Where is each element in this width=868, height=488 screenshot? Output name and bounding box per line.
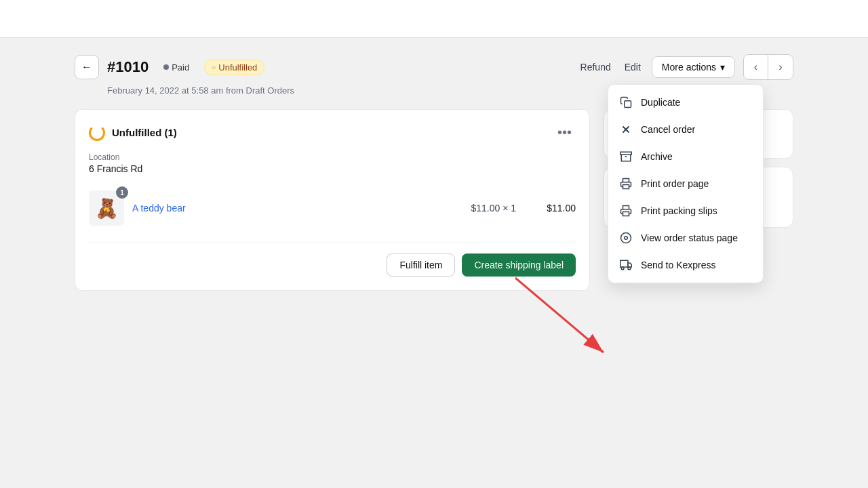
back-button[interactable]: ←	[75, 55, 99, 79]
product-price: $11.00 × 1	[471, 203, 516, 214]
unfulfilled-badge: Unfulfilled	[204, 60, 264, 75]
archive-icon	[619, 150, 633, 163]
dropdown-item-view-status[interactable]: View order status page	[608, 224, 763, 251]
page-container: ← #1010 Paid Unfulfilled Refund Edit Mor…	[61, 38, 807, 307]
print-page-label: Print order page	[641, 178, 709, 189]
main-column: Unfulfilled (1) ••• Location 6 Francis R…	[75, 109, 590, 291]
print-page-icon	[619, 177, 633, 190]
view-status-label: View order status page	[641, 232, 738, 243]
view-status-icon	[619, 231, 633, 245]
svg-point-7	[621, 233, 631, 243]
cancel-icon	[619, 123, 633, 136]
cancel-label: Cancel order	[641, 124, 695, 135]
svg-point-8	[625, 237, 628, 240]
fulfill-item-button[interactable]: Fulfill item	[387, 253, 455, 277]
paid-badge: Paid	[157, 60, 196, 75]
unfulfilled-icon	[89, 125, 105, 141]
dropdown-item-print-page[interactable]: Print order page	[608, 170, 763, 197]
top-bar	[0, 0, 868, 38]
order-header: ← #1010 Paid Unfulfilled Refund Edit Mor…	[75, 54, 793, 80]
svg-rect-5	[623, 185, 629, 189]
more-actions-button[interactable]: More actions ▾	[652, 56, 735, 78]
card-header: Unfulfilled (1) •••	[89, 123, 576, 142]
order-number: #1010	[107, 58, 149, 76]
duplicate-label: Duplicate	[641, 97, 680, 108]
more-actions-dropdown: Duplicate Cancel order	[608, 84, 764, 283]
duplicate-icon	[619, 96, 633, 109]
dropdown-item-duplicate[interactable]: Duplicate	[608, 89, 763, 116]
product-name-link[interactable]: A teddy bear	[132, 203, 462, 214]
location-value: 6 Francis Rd	[89, 163, 576, 174]
card-title: Unfulfilled (1)	[89, 125, 177, 141]
kexpress-label: Send to Kexpress	[641, 260, 716, 270]
edit-button[interactable]: Edit	[622, 58, 644, 77]
back-icon: ←	[81, 61, 92, 73]
print-slips-icon	[619, 204, 633, 218]
chevron-down-icon: ▾	[720, 62, 725, 73]
dropdown-item-cancel[interactable]: Cancel order	[608, 116, 763, 143]
card-more-button[interactable]: •••	[553, 123, 576, 142]
product-quantity-badge: 1	[116, 186, 128, 199]
location-label: Location	[89, 152, 576, 162]
svg-point-11	[621, 267, 624, 270]
dropdown-item-archive[interactable]: Archive	[608, 143, 763, 170]
refund-button[interactable]: Refund	[578, 58, 614, 77]
dropdown-item-print-slips[interactable]: Print packing slips	[608, 197, 763, 224]
svg-marker-10	[628, 263, 631, 267]
archive-label: Archive	[641, 151, 673, 162]
svg-rect-0	[625, 101, 631, 108]
svg-rect-3	[620, 152, 632, 155]
svg-rect-6	[623, 212, 629, 216]
order-card: Unfulfilled (1) ••• Location 6 Francis R…	[75, 109, 590, 291]
card-title-text: Unfulfilled (1)	[112, 127, 177, 138]
kexpress-icon	[619, 258, 633, 272]
prev-order-button[interactable]: ‹	[744, 55, 768, 79]
dropdown-item-kexpress[interactable]: Send to Kexpress	[608, 251, 763, 279]
product-row: 🧸 1 A teddy bear $11.00 × 1 $11.00	[89, 185, 576, 231]
next-order-button[interactable]: ›	[768, 55, 793, 79]
svg-rect-9	[620, 260, 628, 267]
header-left: ← #1010 Paid Unfulfilled	[75, 55, 264, 79]
product-total: $11.00	[535, 203, 576, 214]
create-shipping-label-button[interactable]: Create shipping label	[462, 253, 576, 277]
card-footer: Fulfill item Create shipping label	[89, 242, 576, 277]
more-actions-label: More actions	[662, 62, 716, 73]
product-image-wrap: 🧸 1	[89, 190, 124, 226]
print-slips-label: Print packing slips	[641, 205, 717, 216]
header-right: Refund Edit More actions ▾ ‹ ›	[578, 54, 793, 80]
nav-buttons: ‹ ›	[743, 54, 793, 80]
svg-point-12	[628, 267, 631, 270]
